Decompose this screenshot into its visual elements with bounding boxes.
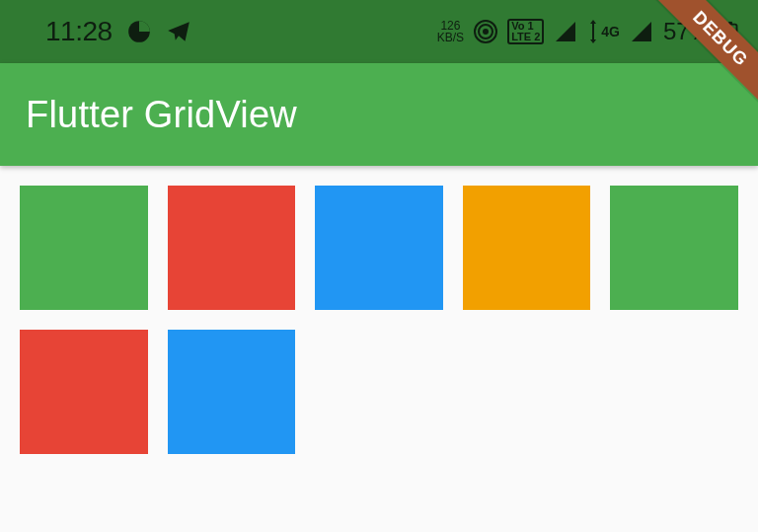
clock-time: 11:28 xyxy=(45,16,113,47)
grid-tile[interactable] xyxy=(168,330,296,454)
grid-tile[interactable] xyxy=(20,330,148,454)
status-left: 11:28 xyxy=(45,16,191,47)
volte-badge: Vo 1 LTE 2 xyxy=(507,19,544,44)
grid-tile[interactable] xyxy=(20,186,148,310)
svg-rect-4 xyxy=(592,24,594,39)
signal-4g-label: 4G xyxy=(601,24,620,39)
app-notif-icon xyxy=(126,19,152,44)
grid-tile[interactable] xyxy=(610,186,738,310)
network-speed: 126 KB/S xyxy=(437,20,464,43)
telegram-icon xyxy=(166,19,191,44)
grid-tile[interactable] xyxy=(315,186,443,310)
signal-icon-1 xyxy=(554,20,577,43)
grid-tile[interactable] xyxy=(463,186,591,310)
network-speed-unit: KB/S xyxy=(437,32,464,43)
svg-point-1 xyxy=(483,29,489,35)
volte-bottom: LTE 2 xyxy=(511,32,540,42)
app-bar: Flutter GridView xyxy=(0,63,758,166)
hotspot-icon xyxy=(474,20,497,43)
updown-icon xyxy=(587,20,599,43)
grid-tile[interactable] xyxy=(168,186,296,310)
signal-4g-group: 4G xyxy=(587,20,620,43)
grid-view xyxy=(0,166,758,474)
status-bar: 11:28 126 KB/S Vo 1 LTE 2 4G xyxy=(0,0,758,63)
signal-icon-2 xyxy=(630,20,653,43)
app-title: Flutter GridView xyxy=(26,94,297,136)
